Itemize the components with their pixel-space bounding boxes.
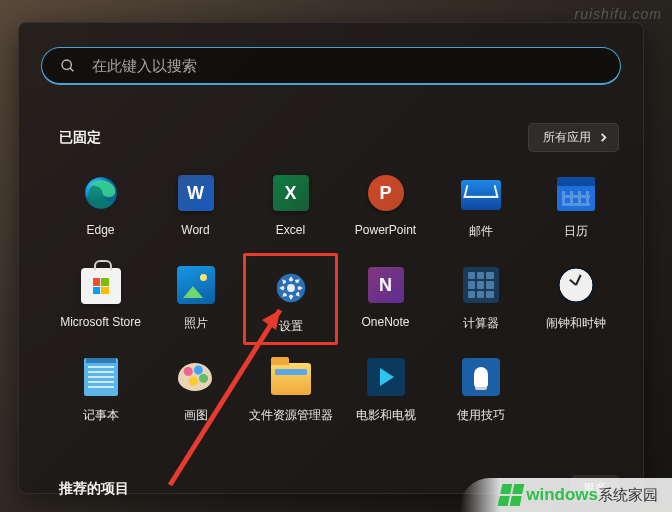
app-file-explorer[interactable]: 文件资源管理器 (243, 345, 338, 437)
app-word[interactable]: W Word (148, 161, 243, 253)
app-label: 画图 (184, 407, 208, 424)
notepad-icon (84, 358, 118, 396)
word-icon: W (178, 175, 214, 211)
store-icon (81, 268, 121, 304)
app-clock[interactable]: 闹钟和时钟 (528, 253, 623, 345)
app-powerpoint[interactable]: P PowerPoint (338, 161, 433, 253)
excel-icon: X (273, 175, 309, 211)
app-label: 设置 (279, 318, 303, 335)
more-label: 更多 (583, 480, 607, 497)
app-mail[interactable]: 邮件 (433, 161, 528, 253)
recommended-header-row: 推荐的项目 更多 (59, 475, 619, 502)
app-notepad[interactable]: 记事本 (53, 345, 148, 437)
gear-icon (271, 268, 311, 308)
more-button[interactable]: 更多 (571, 475, 619, 502)
app-paint[interactable]: 画图 (148, 345, 243, 437)
start-menu: 已固定 所有应用 Edge W Word X Excel P PowerPoin… (18, 22, 644, 494)
app-label: 记事本 (83, 407, 119, 424)
app-label: Word (181, 223, 209, 237)
app-photos[interactable]: 照片 (148, 253, 243, 345)
app-label: 日历 (564, 223, 588, 240)
app-label: 使用技巧 (457, 407, 505, 424)
recommended-title: 推荐的项目 (59, 480, 129, 498)
app-label: 闹钟和时钟 (546, 315, 606, 332)
svg-line-1 (70, 68, 73, 71)
app-movies-tv[interactable]: 电影和电视 (338, 345, 433, 437)
pinned-header-row: 已固定 所有应用 (59, 123, 619, 152)
app-tips[interactable]: 使用技巧 (433, 345, 528, 437)
lightbulb-icon (462, 358, 500, 396)
app-label: 邮件 (469, 223, 493, 240)
app-edge[interactable]: Edge (53, 161, 148, 253)
app-label: Edge (86, 223, 114, 237)
calculator-icon (463, 267, 499, 303)
search-icon (60, 58, 76, 74)
calendar-icon (557, 177, 595, 211)
chevron-right-icon (599, 133, 608, 142)
folder-icon (271, 363, 311, 395)
svg-point-4 (287, 284, 295, 292)
app-label: Microsoft Store (60, 315, 141, 329)
powerpoint-icon: P (368, 175, 404, 211)
photos-icon (177, 266, 215, 304)
app-label: 文件资源管理器 (249, 407, 333, 424)
mail-icon (461, 180, 501, 210)
paint-icon (176, 357, 216, 397)
all-apps-label: 所有应用 (543, 129, 591, 146)
all-apps-button[interactable]: 所有应用 (528, 123, 619, 152)
app-calendar[interactable]: 日历 (528, 161, 623, 253)
app-settings[interactable]: 设置 (243, 253, 338, 345)
app-label: OneNote (361, 315, 409, 329)
app-label: Excel (276, 223, 305, 237)
pinned-apps-grid: Edge W Word X Excel P PowerPoint 邮件 日历 M… (53, 161, 625, 437)
edge-icon (81, 173, 121, 213)
app-microsoft-store[interactable]: Microsoft Store (53, 253, 148, 345)
app-calculator[interactable]: 计算器 (433, 253, 528, 345)
play-icon (367, 358, 405, 396)
onenote-icon: N (368, 267, 404, 303)
clock-icon (557, 266, 595, 304)
search-input[interactable] (90, 56, 602, 75)
search-box[interactable] (41, 47, 621, 85)
app-label: 计算器 (463, 315, 499, 332)
pinned-title: 已固定 (59, 129, 101, 147)
app-label: 电影和电视 (356, 407, 416, 424)
app-label: 照片 (184, 315, 208, 332)
app-onenote[interactable]: N OneNote (338, 253, 433, 345)
app-excel[interactable]: X Excel (243, 161, 338, 253)
app-label: PowerPoint (355, 223, 416, 237)
svg-point-0 (62, 60, 71, 69)
